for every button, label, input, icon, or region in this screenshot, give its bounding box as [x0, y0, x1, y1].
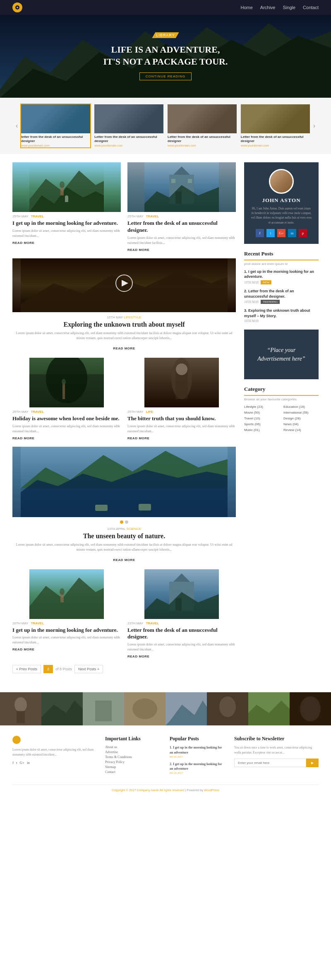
instagram-item-2[interactable] [41, 692, 83, 725]
footer-popular-1-date: 09-10-2017 [170, 755, 226, 758]
nav-single[interactable]: Single [283, 5, 296, 10]
cat-travel[interactable]: Travel (10) [244, 416, 279, 421]
post-3-read-more[interactable]: READ MORE [12, 436, 121, 440]
cat-international[interactable]: International (59) [283, 410, 319, 415]
footer-about-text: Lorem ipsum dolor sit amet, consectetur … [12, 747, 97, 757]
svg-rect-51 [95, 701, 112, 721]
recent-post-1: 1. I get up in the morning looking for a… [244, 269, 319, 284]
nav-home[interactable]: Home [240, 5, 252, 10]
cat-movie[interactable]: Movie (50) [244, 410, 279, 415]
post-6-title: Letter from the desk of an unsuccessful … [127, 627, 236, 641]
full-post: 13TH APRIL SCIENCE The unseen beauty of … [12, 447, 236, 563]
post-card-2: 25TH MAY TRAVEL Letter from the desk of … [127, 162, 236, 252]
footer-link-advertise[interactable]: Advertise [105, 750, 161, 754]
footer-link-contact[interactable]: Contact [105, 770, 161, 774]
footer-link-privacy[interactable]: Privacy Policy [105, 760, 161, 764]
cat-lifestyle[interactable]: Lifestyle (23) [244, 405, 279, 409]
footer-popular-1-title: 1. I get up in the morning looking for a… [170, 745, 226, 754]
instagram-strip [0, 692, 331, 725]
newsletter-email-input[interactable] [234, 758, 306, 767]
svg-point-29 [176, 364, 187, 375]
instagram-item-7[interactable] [248, 692, 290, 725]
cat-education[interactable]: Education (16) [283, 405, 319, 409]
footer-googleplus-link[interactable]: G+ [20, 761, 25, 765]
video-post: 15TH MAY LIFESTYLE Exploring the unknown… [12, 258, 236, 351]
post-5-read-more[interactable]: READ MORE [12, 648, 121, 651]
footer-facebook-link[interactable]: f [12, 761, 14, 765]
hero-section: Library LIFE IS AN ADVENTURE, IT'S NOT A… [0, 15, 331, 98]
footer-popular-1: 1. I get up in the morning looking for a… [170, 745, 226, 758]
carousel-item-2[interactable]: Letter from the desk of an unsuccessful … [94, 104, 163, 147]
author-avatar [269, 169, 294, 194]
googleplus-button[interactable]: G+ [277, 229, 285, 237]
continue-reading-button[interactable]: CONTINUE READING [139, 72, 192, 80]
recent-post-2-title: 2. Letter from the desk of an unsuccessf… [244, 289, 319, 299]
carousel-item-1[interactable]: letter from the desk of an unsuccessful … [21, 104, 90, 147]
cat-design[interactable]: Design (28) [283, 416, 319, 421]
svg-point-9 [60, 181, 65, 188]
video-read-more[interactable]: READ MORE [113, 347, 135, 350]
post-image-5 [12, 569, 121, 619]
instagram-item-6[interactable] [207, 692, 248, 725]
cat-music[interactable]: Music (01) [244, 428, 279, 432]
newsletter-submit-button[interactable]: ► [306, 758, 319, 767]
footer-popular-posts: Popular Posts 1. I get up in the morning… [170, 736, 226, 778]
twitter-button[interactable]: t [266, 229, 275, 237]
dot-2[interactable] [125, 520, 128, 524]
cat-sports[interactable]: Sports (06) [244, 422, 279, 426]
recent-post-3-title: 3. Exploring the unknown truth about mys… [244, 308, 319, 318]
post-2-read-more[interactable]: READ MORE [127, 248, 236, 252]
newsletter-title: Subscribe to Newsletter [234, 736, 319, 742]
pinterest-button[interactable]: p [299, 229, 307, 237]
recent-post-1-title: 1. I get up in the morning looking for a… [244, 269, 319, 279]
footer-instagram-link[interactable]: in [27, 761, 30, 765]
logo[interactable] [12, 2, 22, 12]
nav-archive[interactable]: Archive [260, 5, 276, 10]
next-page-button[interactable]: Next Posts » [74, 665, 103, 673]
svg-rect-14 [171, 179, 175, 183]
instagram-item-8[interactable] [290, 692, 331, 725]
cat-news[interactable]: News (04) [283, 422, 319, 426]
recent-post-1-meta: 10TH MAY NEW [244, 280, 319, 284]
post-grid-1: 25TH MAY TRAVEL I get up in the morning … [12, 162, 236, 252]
recent-post-3: 3. Exploring the unknown truth about mys… [244, 308, 319, 323]
svg-point-1 [17, 7, 18, 8]
footer-popular-title: Popular Posts [170, 736, 226, 742]
carousel-prev-button[interactable]: ‹ [12, 122, 21, 130]
post-4-read-more[interactable]: READ MORE [127, 436, 236, 440]
navigation: Home Archive Single Contact [0, 0, 331, 15]
prev-page-button[interactable]: « Prev Posts [12, 665, 41, 673]
carousel-item-4[interactable]: Letter from the desk of an unsuccessful … [241, 104, 310, 147]
instagram-item-3[interactable] [83, 692, 124, 725]
footer-link-sitemap[interactable]: Sitemap [105, 765, 161, 769]
nav-links: Home Archive Single Contact [240, 5, 319, 10]
svg-point-61 [300, 696, 321, 721]
linkedin-button[interactable]: in [288, 229, 296, 237]
facebook-button[interactable]: f [256, 229, 264, 237]
instagram-item-5[interactable] [166, 692, 207, 725]
post-6-meta: 23TH MAY TRAVEL [127, 621, 236, 625]
carousel-items: letter from the desk of an unsuccessful … [21, 104, 309, 147]
full-post-image [12, 447, 236, 517]
current-page-button[interactable]: 2 [43, 665, 53, 673]
category-subtitle: Browse all your favourite categories [244, 397, 319, 401]
footer-twitter-link[interactable]: t [16, 761, 17, 765]
dot-1[interactable] [120, 520, 123, 524]
cat-review[interactable]: Review (14) [283, 428, 319, 432]
post-card-5: 20TH MAY TRAVEL I get up in the morning … [12, 569, 121, 659]
post-image-4 [127, 358, 236, 407]
full-post-read-more[interactable]: READ MORE [113, 558, 135, 562]
instagram-item-1[interactable] [0, 692, 41, 725]
post-1-read-more[interactable]: READ MORE [12, 241, 121, 245]
footer-link-about[interactable]: About us [105, 745, 161, 749]
svg-point-57 [219, 696, 236, 717]
post-grid-2: 25TH MAY TRAVEL Holiday is awesome when … [12, 358, 236, 440]
nav-contact[interactable]: Contact [303, 5, 319, 10]
footer-link-terms[interactable]: Terms & Conditions [105, 755, 161, 759]
post-4-meta: 25TH MAY LIFE [127, 410, 236, 414]
carousel-item-3[interactable]: Letter from the desk of an unsuccessful … [168, 104, 237, 147]
post-6-read-more[interactable]: READ MORE [127, 655, 236, 658]
carousel-next-button[interactable]: › [310, 122, 319, 130]
instagram-item-4[interactable] [124, 692, 166, 725]
video-meta: 15TH MAY LIFESTYLE [12, 315, 236, 319]
